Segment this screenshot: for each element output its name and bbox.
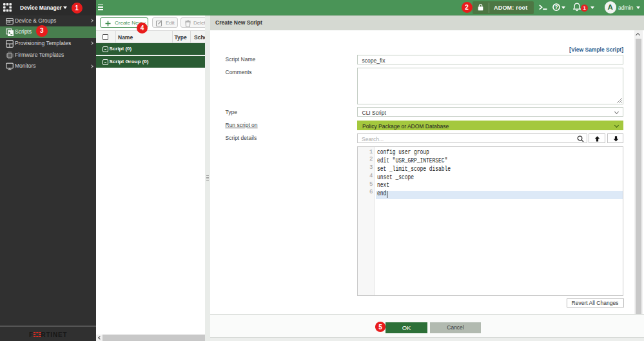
svg-text:?: ? <box>554 4 558 10</box>
